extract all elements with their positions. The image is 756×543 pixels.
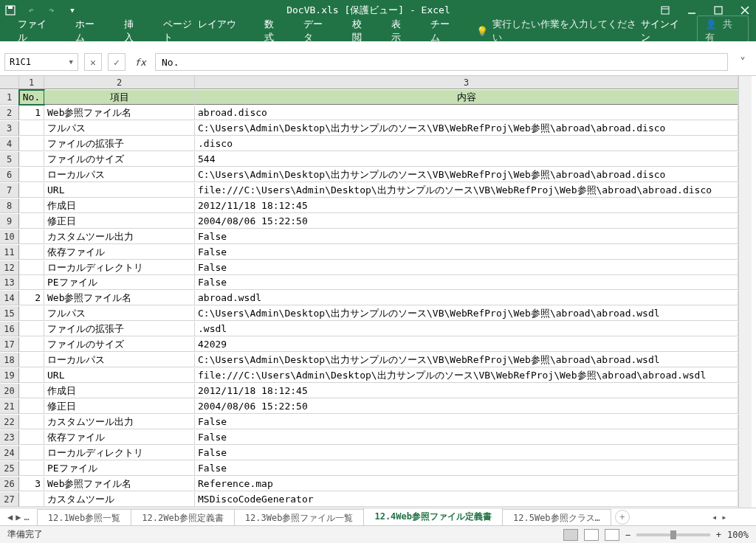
cell-item[interactable]: ローカルパス xyxy=(44,353,195,367)
cell-no[interactable] xyxy=(19,306,44,321)
cell-item[interactable]: カスタムツール xyxy=(44,492,195,507)
row-header[interactable]: 4 xyxy=(0,136,19,151)
tab-nav-next-icon[interactable]: ▶ xyxy=(16,512,21,522)
row-header[interactable]: 8 xyxy=(0,198,19,213)
row-header[interactable]: 15 xyxy=(0,306,19,321)
tab-nav-prev-icon[interactable]: ◀ xyxy=(7,512,13,522)
zoom-in-button[interactable]: + xyxy=(716,530,721,540)
view-pagebreak-button[interactable] xyxy=(605,529,619,541)
cell-content[interactable]: Reference.map xyxy=(195,477,738,491)
col-header[interactable]: 1 xyxy=(19,76,44,89)
row-header[interactable]: 2 xyxy=(0,106,19,120)
cell-content[interactable]: .wsdl xyxy=(195,322,738,336)
sheet-tab[interactable]: 12.5Web参照クラス… xyxy=(502,509,611,527)
cell-no[interactable] xyxy=(19,430,44,445)
row-header[interactable]: 19 xyxy=(0,368,19,383)
cell-item[interactable]: ファイルのサイズ xyxy=(44,337,195,352)
cell-no[interactable] xyxy=(19,322,44,336)
row-header[interactable]: 5 xyxy=(0,152,19,167)
expand-formula-icon[interactable]: ˅ xyxy=(734,53,752,71)
cell-item[interactable]: PEファイル xyxy=(44,275,195,290)
row-header[interactable]: 16 xyxy=(0,322,19,336)
cell-item[interactable]: URL xyxy=(44,368,195,383)
cell-no[interactable] xyxy=(19,152,44,167)
spreadsheet-grid[interactable]: 1231No.項目内容21Web参照ファイル名abroad.disco3フルパス… xyxy=(0,76,738,508)
cell-no[interactable] xyxy=(19,183,44,198)
row-header[interactable]: 21 xyxy=(0,399,19,414)
cell-content[interactable]: C:\Users\Admin\Desktop\出力サンプルのソース\VB\Web… xyxy=(195,121,738,136)
cell-no[interactable] xyxy=(19,275,44,290)
cell-content[interactable]: 2012/11/18 18:12:45 xyxy=(195,198,738,213)
cell-no[interactable] xyxy=(19,492,44,507)
cell-item[interactable]: カスタムツール出力 xyxy=(44,229,195,244)
cell-item[interactable]: 依存ファイル xyxy=(44,430,195,445)
row-header[interactable]: 20 xyxy=(0,384,19,398)
cell-content[interactable]: False xyxy=(195,229,738,244)
tell-me[interactable]: 💡 実行したい作業を入力してください xyxy=(476,18,641,44)
cell-content[interactable]: C:\Users\Admin\Desktop\出力サンプルのソース\VB\Web… xyxy=(195,167,738,182)
cell-item[interactable]: ファイルの拡張子 xyxy=(44,322,195,336)
cell-item[interactable]: ローカルディレクトリ xyxy=(44,446,195,460)
cell-item[interactable]: フルパス xyxy=(44,121,195,136)
row-header[interactable]: 3 xyxy=(0,121,19,136)
hscroll-left-icon[interactable]: ◂ xyxy=(712,512,717,522)
cell-content[interactable]: MSDiscoCodeGenerator xyxy=(195,492,738,507)
cell-content[interactable]: .disco xyxy=(195,136,738,151)
cell-item[interactable]: Web参照ファイル名 xyxy=(44,106,195,120)
sheet-tab[interactable]: 12.2Web参照定義書 xyxy=(131,509,235,527)
row-header[interactable]: 18 xyxy=(0,353,19,367)
cell-item[interactable]: Web参照ファイル名 xyxy=(44,291,195,305)
col-header[interactable]: 2 xyxy=(44,76,195,89)
row-header[interactable]: 13 xyxy=(0,275,19,290)
cell-content[interactable]: C:\Users\Admin\Desktop\出力サンプルのソース\VB\Web… xyxy=(195,353,738,367)
col-header[interactable]: 3 xyxy=(195,76,738,89)
cell-no[interactable] xyxy=(19,121,44,136)
cell-no[interactable] xyxy=(19,415,44,429)
zoom-level[interactable]: 100% xyxy=(727,530,749,540)
cell-item[interactable]: ファイルの拡張子 xyxy=(44,136,195,151)
cell-item[interactable]: 修正日 xyxy=(44,399,195,414)
sheet-tab[interactable]: 12.4Web参照ファイル定義書 xyxy=(363,508,503,527)
cell-no[interactable] xyxy=(19,136,44,151)
cell-no[interactable] xyxy=(19,384,44,398)
row-header[interactable]: 7 xyxy=(0,183,19,198)
cell-content[interactable]: False xyxy=(195,260,738,275)
cell-no[interactable]: 1 xyxy=(19,106,44,120)
view-normal-button[interactable] xyxy=(563,529,578,541)
chevron-down-icon[interactable]: ▼ xyxy=(69,58,73,66)
cell-no[interactable] xyxy=(19,214,44,229)
enter-formula-icon[interactable]: ✓ xyxy=(108,53,126,71)
cell-item[interactable]: 修正日 xyxy=(44,214,195,229)
share-button[interactable]: 👤 共有 xyxy=(697,15,749,46)
row-header[interactable]: 9 xyxy=(0,214,19,229)
cell-content[interactable]: 42029 xyxy=(195,337,738,352)
row-header[interactable]: 23 xyxy=(0,430,19,445)
cell-no[interactable] xyxy=(19,229,44,244)
cell-content[interactable]: False xyxy=(195,461,738,476)
cell-no[interactable] xyxy=(19,353,44,367)
cell-no[interactable]: 2 xyxy=(19,291,44,305)
cell-no[interactable] xyxy=(19,337,44,352)
cell-content[interactable]: 2012/11/18 18:12:45 xyxy=(195,384,738,398)
header-content[interactable]: 内容 xyxy=(195,90,738,105)
cancel-formula-icon[interactable]: ✕ xyxy=(84,53,102,71)
row-header[interactable]: 6 xyxy=(0,167,19,182)
cell-no[interactable] xyxy=(19,245,44,260)
cell-no[interactable] xyxy=(19,260,44,275)
fx-icon[interactable]: fx xyxy=(131,53,149,71)
row-header[interactable]: 17 xyxy=(0,337,19,352)
cell-content[interactable]: False xyxy=(195,415,738,429)
cell-content[interactable]: abroad.wsdl xyxy=(195,291,738,305)
cell-no[interactable] xyxy=(19,368,44,383)
cell-no[interactable]: 3 xyxy=(19,477,44,491)
formula-input[interactable]: No. xyxy=(155,53,728,71)
zoom-slider[interactable] xyxy=(636,533,710,536)
vertical-scrollbar[interactable] xyxy=(738,76,752,508)
header-no[interactable]: No. xyxy=(19,90,44,105)
hscroll-right-icon[interactable]: ▸ xyxy=(721,512,726,522)
cell-content[interactable]: 544 xyxy=(195,152,738,167)
sheet-tab[interactable]: 12.3Web参照ファイル一覧 xyxy=(234,509,365,527)
cell-content[interactable]: abroad.disco xyxy=(195,106,738,120)
cell-content[interactable]: False xyxy=(195,430,738,445)
cell-content[interactable]: file:///C:\Users\Admin\Desktop\出力サンプルのソー… xyxy=(195,183,738,198)
